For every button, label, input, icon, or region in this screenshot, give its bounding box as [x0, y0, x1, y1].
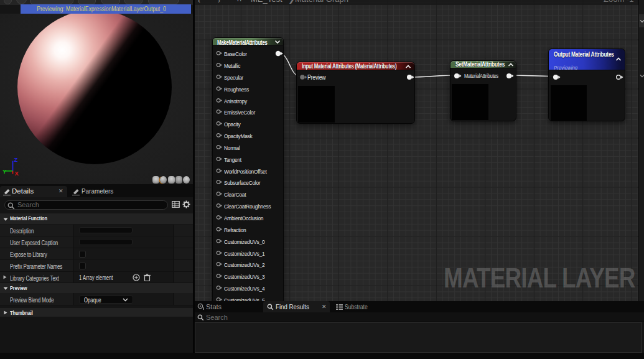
svg-text:Z: Z — [14, 156, 18, 163]
svg-text:Y: Y — [2, 168, 7, 175]
svg-text:X: X — [15, 170, 19, 177]
